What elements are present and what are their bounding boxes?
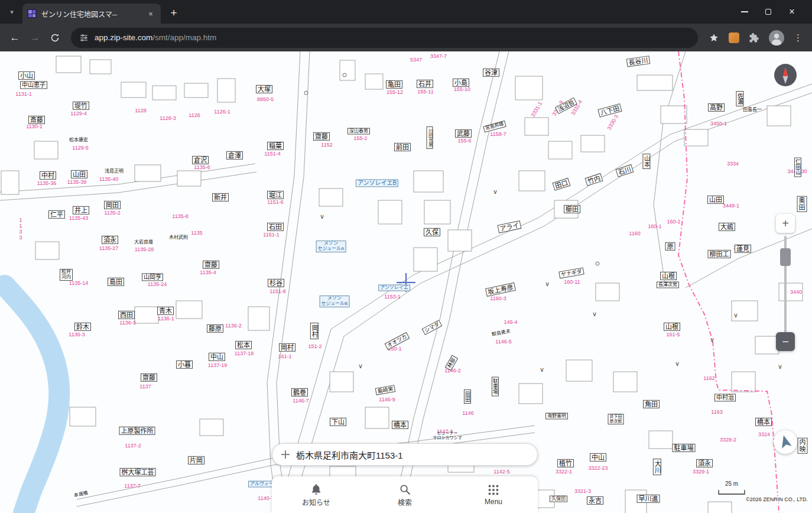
- building-name-label: 山根: [664, 323, 680, 331]
- address-number-label: 1146-5: [495, 339, 511, 345]
- building-name-label: 大嶋: [719, 223, 735, 231]
- address-number-label: 161-5: [666, 332, 680, 337]
- address-number-label: 1137-18: [235, 350, 254, 356]
- minimize-button[interactable]: [733, 0, 756, 24]
- building-name-label: 西田: [118, 311, 135, 319]
- search-address-text[interactable]: 栃木県足利市南大町1153-1: [296, 449, 403, 461]
- address-number-label: 1135-39: [67, 179, 86, 185]
- tab-search-caret-icon[interactable]: ▾: [5, 5, 19, 19]
- address-number-label: 1135-14: [69, 280, 88, 286]
- extensions-puzzle-icon[interactable]: [749, 33, 759, 43]
- map[interactable]: 小山中山恵子堤竹斎藤松本康宏大塚亀田石井小島谷津浅沼哲長谷川佐瀬髙野田島長一八下…: [0, 51, 812, 513]
- building-name-label: 大岩良雄: [133, 240, 154, 245]
- reload-button[interactable]: [45, 28, 65, 48]
- building-name-label: 竹内: [584, 173, 603, 186]
- building-name-label: 田口: [552, 178, 570, 191]
- address-number-label: 3450-1: [710, 121, 727, 126]
- building-name-label: 石井: [417, 80, 433, 88]
- building-name-label: 小島: [453, 79, 469, 87]
- address-number-label: 1137-2: [125, 443, 141, 449]
- address-number-label: 155-6: [457, 138, 471, 144]
- building-name-label: 上原製作所: [119, 427, 155, 435]
- nav-label-notices: お知らせ: [302, 497, 330, 507]
- building-name-label: 中山: [209, 353, 225, 361]
- bookmark-star-icon[interactable]: [709, 33, 719, 43]
- building-name-label: シマダ: [422, 320, 443, 335]
- url-host: app.zip-site.com: [95, 33, 152, 42]
- building-name-label: 齋藤: [313, 132, 330, 141]
- site-settings-icon[interactable]: [79, 33, 89, 43]
- tab-title: ゼンリン住宅地図スマ─: [41, 9, 141, 19]
- building-name-label: 井下田 恭次郎: [608, 414, 624, 424]
- address-bar[interactable]: app.zip-site.com/smt/app/map.htm: [71, 28, 698, 48]
- building-name-label: 早川進: [637, 495, 660, 503]
- entrance-chevron-icon: ∨: [733, 311, 738, 319]
- address-number-label: 1146-7: [293, 398, 308, 404]
- address-number-label: 3321-3: [574, 488, 591, 494]
- address-number-label: 1136-1: [158, 316, 174, 322]
- search-bar[interactable]: 栃木県足利市南大町1153-1: [272, 443, 538, 466]
- address-number-label: 5347: [410, 57, 422, 63]
- browser-tab[interactable]: ゼンリン住宅地図スマ─ ×: [22, 4, 161, 24]
- close-window-button[interactable]: ×: [780, 0, 804, 24]
- address-number-label: 1151-4: [264, 151, 280, 157]
- extension-icon[interactable]: [729, 33, 739, 43]
- zoom-slider-handle[interactable]: [780, 248, 791, 266]
- address-number-label: 1135-6: [194, 164, 210, 170]
- entrance-chevron-icon: ∨: [493, 188, 498, 196]
- address-number-label: 8950-5: [257, 96, 274, 102]
- building-name-label: 角田: [643, 400, 660, 408]
- building-name-label: 川田光男: [427, 126, 433, 149]
- profile-avatar[interactable]: [769, 30, 784, 46]
- url-text: app.zip-site.com/smt/app/map.htm: [95, 33, 216, 42]
- compass-button[interactable]: [774, 63, 797, 87]
- building-name-label: 木村武則: [168, 235, 189, 241]
- building-name-label: 中山恵子: [20, 81, 47, 89]
- zoom-in-button[interactable]: +: [776, 214, 795, 233]
- building-name-label: 杉谷: [268, 279, 284, 287]
- nav-label-search: 検索: [398, 497, 412, 507]
- address-number-label: 1146-9: [379, 397, 395, 402]
- new-tab-button[interactable]: +: [165, 5, 182, 21]
- entrance-chevron-icon: ∨: [778, 363, 782, 371]
- zoom-out-button[interactable]: −: [776, 332, 795, 351]
- building-name-label: 山田: [707, 196, 724, 204]
- address-number-label: 1142-5: [493, 469, 509, 475]
- nav-item-notices[interactable]: お知らせ: [272, 476, 360, 513]
- browser-chrome: ▾ ゼンリン住宅地図スマ─ × + × ← → app.zip-site.com…: [0, 0, 812, 51]
- address-number-label: 1136-3: [119, 320, 135, 326]
- building-name-label: アンソレイエB: [356, 179, 398, 187]
- building-name-label: 岡村: [279, 343, 295, 352]
- back-button[interactable]: ←: [5, 28, 25, 48]
- building-name-label: 岡村: [310, 323, 319, 339]
- address-number-label: 3324: [758, 431, 770, 437]
- building-name-label: 田島長一: [742, 108, 763, 113]
- address-number-label: 1146: [462, 410, 473, 416]
- building-name-label: ヤナギダ: [558, 267, 584, 278]
- nav-item-search[interactable]: 検索: [360, 476, 449, 513]
- building-name-label: 海野憲明: [545, 413, 568, 420]
- maximize-button[interactable]: [756, 0, 780, 24]
- navigation-arrow-icon: [774, 430, 797, 454]
- my-location-button[interactable]: [774, 430, 797, 454]
- building-name-label: 中山: [590, 453, 606, 462]
- address-number-label: 155-11: [417, 89, 433, 95]
- address-number-label: 1151-1: [263, 232, 279, 238]
- address-number-label: 1137-7: [124, 483, 140, 489]
- building-name-label: 櫛田: [564, 205, 580, 213]
- nav-label-menu: Menu: [485, 498, 502, 506]
- building-name-label: 長澤次男: [657, 282, 679, 288]
- forward-button[interactable]: →: [25, 28, 45, 48]
- building-name-label: ビューテー サロンカワシマ: [432, 431, 463, 440]
- browser-menu-icon[interactable]: ⋮: [794, 33, 803, 43]
- nav-item-menu[interactable]: Menu: [449, 476, 538, 513]
- building-name-label: 藤原: [207, 324, 223, 333]
- building-name-label: 石田: [267, 223, 284, 231]
- building-name-label: 原: [665, 242, 675, 251]
- building-name-label: 新井: [212, 193, 229, 202]
- building-name-label: 岡田: [464, 389, 471, 404]
- address-number-label: 1135-24: [148, 281, 167, 287]
- building-name-label: 橋本: [755, 418, 772, 426]
- tab-close-icon[interactable]: ×: [145, 8, 156, 19]
- address-number-label: 1137-19: [208, 362, 227, 368]
